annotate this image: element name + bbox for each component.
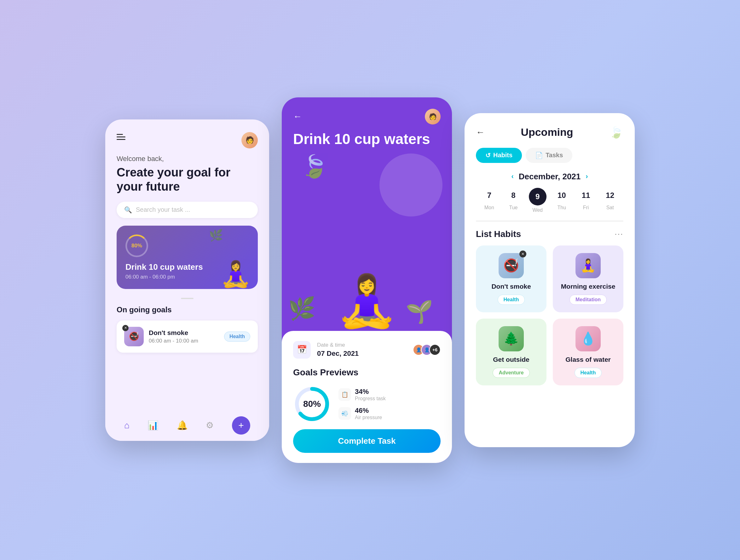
cal-day-11[interactable]: 11 Fri	[574, 188, 598, 213]
user-avatar-2[interactable]: 🧑	[425, 109, 441, 124]
goal-name: Don't smoke	[149, 329, 219, 337]
day-label: Mon	[484, 205, 494, 210]
calendar-icon: 📅	[293, 341, 311, 359]
complete-task-button[interactable]: Complete Task	[293, 429, 441, 453]
more-options-icon[interactable]: ···	[615, 229, 623, 239]
next-month-arrow[interactable]: ›	[585, 172, 588, 181]
drinking-figure: 🧘‍♀️	[220, 259, 252, 289]
date-info: Date & time 07 Dec, 2021	[317, 342, 406, 358]
ongoing-title: On going goals	[105, 305, 269, 320]
smoke-habit-icon: ✕ 🚭	[498, 253, 524, 278]
goal-info: Don't smoke 06:00 am - 10:00 am	[149, 329, 219, 344]
phone3: ← Upcoming 🍃 ↺ Habits 📄 Tasks ‹ December…	[465, 113, 635, 447]
day-num: 10	[554, 188, 569, 203]
bottom-nav: ⌂ 📊 🔔 ⚙ +	[105, 410, 269, 441]
hero-title: Create your goal for your future	[105, 166, 269, 202]
date-label: Date & time	[317, 342, 406, 348]
cal-day-9[interactable]: 9 Wed	[525, 188, 550, 213]
goal-badge: Health	[224, 332, 250, 342]
habit-name-exercise: Morning exercise	[561, 283, 616, 290]
p2-hero-title: Drink 10 cup waters	[282, 124, 452, 148]
goal-item[interactable]: ✕ 🚭 Don't smoke 06:00 am - 10:00 am Heal…	[117, 320, 258, 353]
cal-day-10[interactable]: 10 Thu	[550, 188, 574, 213]
p2-illustration: 🌿 🌱 🍃 🧘‍♀️	[282, 147, 452, 331]
plus-icon: +	[238, 420, 244, 431]
day-num: 11	[578, 188, 593, 203]
stat-1-pct: 34%	[355, 388, 386, 396]
card-divider	[181, 298, 193, 299]
stat-air: 💨 46% Air pressure	[339, 406, 386, 421]
prev-month-arrow[interactable]: ‹	[511, 172, 514, 181]
progress-card[interactable]: 🌿 80% Drink 10 cup waters 06:00 am - 06:…	[117, 225, 258, 289]
habit-card-smoke[interactable]: ✕ 🚭 Don't smoke Health	[476, 246, 547, 312]
habit-card-water[interactable]: 💧 Glass of water Health	[553, 318, 623, 385]
day-num: 8	[506, 188, 521, 203]
tasks-tab-label: Tasks	[546, 152, 563, 159]
date-value: 07 Dec, 2021	[317, 350, 406, 358]
close-icon[interactable]: ✕	[122, 325, 128, 331]
participant-avatars: 👤 👤 +6	[413, 344, 441, 356]
hamburger-menu[interactable]	[117, 134, 125, 140]
search-bar[interactable]: 🔍 Search your task ...	[117, 202, 258, 218]
p1-header: 🧑	[105, 119, 269, 155]
habits-grid: ✕ 🚭 Don't smoke Health 🧘‍♀️ Morning exer…	[476, 246, 623, 385]
calendar-month: December, 2021	[519, 172, 581, 182]
phone1-content: 🧑 Welcome back, Create your goal for you…	[105, 119, 269, 441]
goal-time: 06:00 am - 10:00 am	[149, 338, 219, 344]
circle-decoration	[379, 154, 443, 216]
stats-list: 📋 34% Progress task 💨 46% Air pressure	[339, 388, 386, 421]
hamburger-line3	[117, 139, 125, 140]
bell-icon[interactable]: 🔔	[177, 420, 188, 431]
add-button[interactable]: +	[232, 416, 250, 435]
hamburger-line2	[117, 136, 125, 137]
stat-1-label: Progress task	[355, 396, 386, 401]
user-avatar[interactable]: 🧑	[242, 132, 258, 149]
p2-bottom-card: 📅 Date & time 07 Dec, 2021 👤 👤 +6 Goals …	[282, 331, 452, 463]
day-label: Tue	[509, 205, 518, 210]
tab-tasks[interactable]: 📄 Tasks	[526, 148, 572, 163]
search-placeholder: Search your task ...	[136, 206, 190, 213]
tab-habits[interactable]: ↺ Habits	[476, 148, 522, 163]
water-habit-icon: 💧	[575, 326, 601, 351]
habit-badge-water: Health	[574, 368, 602, 378]
chart-icon[interactable]: 📊	[148, 420, 159, 431]
stat-2-label: Air pressure	[355, 415, 382, 421]
cal-day-7[interactable]: 7 Mon	[477, 188, 501, 213]
habit-card-exercise[interactable]: 🧘‍♀️ Morning exercise Meditation	[553, 246, 623, 312]
phone2-content: ← 🧑 Drink 10 cup waters 🌿 🌱 🍃 🧘‍♀️ 📅 Dat…	[282, 97, 452, 463]
day-num: 12	[603, 188, 618, 203]
donut-percent: 80%	[303, 399, 321, 409]
leaf-decoration: 🍃	[609, 126, 623, 139]
day-label: Thu	[558, 205, 566, 210]
day-label: Wed	[532, 207, 543, 213]
cal-day-8[interactable]: 8 Tue	[501, 188, 526, 213]
habit-card-outside[interactable]: 🌲 Get outside Adventure	[476, 318, 547, 385]
habit-name-water: Glass of water	[565, 356, 611, 363]
habit-badge-exercise: Meditation	[569, 295, 607, 305]
habit-badge-outside: Adventure	[492, 368, 530, 378]
outside-habit-icon: 🌲	[498, 326, 524, 351]
habits-tab-icon: ↺	[485, 152, 491, 159]
calendar-divider	[476, 220, 623, 221]
habits-tab-label: Habits	[493, 152, 513, 159]
tasks-tab-icon: 📄	[535, 152, 543, 159]
home-icon[interactable]: ⌂	[124, 421, 129, 431]
back-arrow[interactable]: ←	[293, 111, 302, 122]
day-num-active: 9	[529, 188, 547, 205]
list-header: List Habits ···	[476, 229, 623, 239]
plant-right: 🌱	[405, 299, 433, 324]
exercise-habit-icon: 🧘‍♀️	[575, 253, 601, 278]
p3-header: ← Upcoming 🍃	[476, 126, 623, 139]
stat-2-info: 46% Air pressure	[355, 406, 382, 421]
cal-day-12[interactable]: 12 Sat	[598, 188, 622, 213]
progress-percent: 80%	[131, 243, 142, 249]
settings-icon[interactable]: ⚙	[206, 420, 214, 431]
tabs: ↺ Habits 📄 Tasks	[476, 148, 623, 163]
air-icon: 💨	[339, 407, 351, 420]
back-arrow-p3[interactable]: ←	[476, 127, 485, 137]
phone3-content: ← Upcoming 🍃 ↺ Habits 📄 Tasks ‹ December…	[465, 113, 635, 447]
hamburger-line1	[117, 134, 123, 135]
close-icon[interactable]: ✕	[520, 251, 526, 258]
welcome-text: Welcome back,	[105, 155, 269, 166]
habit-name-smoke: Don't smoke	[491, 283, 531, 290]
